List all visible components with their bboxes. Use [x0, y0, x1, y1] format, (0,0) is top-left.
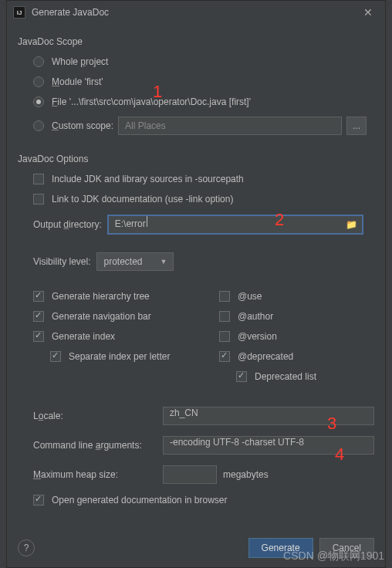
checkbox-label: Open generated documentation in browser	[52, 495, 227, 505]
link-jdk-checkbox[interactable]: Link to JDK documentation (use -link opt…	[33, 194, 374, 205]
checkbox-label: Deprecated list	[255, 371, 316, 382]
checkbox-label: Link to JDK documentation (use -link opt…	[52, 194, 233, 205]
scope-module[interactable]: Module 'first'	[33, 76, 374, 87]
help-icon[interactable]: ?	[18, 539, 35, 556]
checkbox-icon	[236, 371, 247, 382]
checkbox-label: @author	[238, 311, 273, 322]
scope-label: JavaDoc Scope	[18, 36, 374, 47]
visibility-row: Visibility level: protected ▼	[33, 252, 374, 271]
generate-javadoc-dialog: IJ Generate JavaDoc ✕ JavaDoc Scope Whol…	[6, 0, 386, 568]
cmd-args-input[interactable]: -encoding UTF-8 -charset UTF-8	[163, 436, 374, 455]
checkbox-label: @version	[238, 331, 277, 342]
dialog-title: Generate JavaDoc	[32, 7, 357, 18]
checkbox-icon	[33, 291, 44, 302]
version-checkbox[interactable]: @version	[219, 331, 374, 342]
checkbox-icon	[50, 351, 61, 362]
generate-button[interactable]: Generate	[248, 538, 313, 558]
visibility-value: protected	[103, 256, 142, 267]
scope-radio-group: Whole project Module 'first' File '...\f…	[33, 56, 374, 135]
radio-label: Module 'first'	[52, 76, 103, 87]
checkbox-col-left: Generate hierarchy tree Generate navigat…	[33, 282, 188, 391]
deprecated-checkbox[interactable]: @deprecated	[219, 351, 374, 362]
close-icon[interactable]: ✕	[357, 3, 379, 22]
checkbox-icon	[33, 194, 44, 205]
checkbox-label: Generate hierarchy tree	[52, 291, 150, 302]
checkbox-icon	[33, 331, 44, 342]
heap-row: Maximum heap size: megabytes	[33, 465, 374, 484]
gen-hierarchy-checkbox[interactable]: Generate hierarchy tree	[33, 291, 188, 302]
cancel-button[interactable]: Cancel	[319, 538, 374, 558]
checkbox-label: Include JDK and library sources in -sour…	[52, 174, 244, 184]
checkbox-label: Generate navigation bar	[52, 311, 151, 322]
radio-icon	[33, 76, 44, 87]
radio-label: Whole project	[52, 56, 108, 67]
checkbox-icon	[219, 291, 230, 302]
output-dir-label: Output directory:	[33, 219, 102, 230]
checkbox-columns: Generate hierarchy tree Generate navigat…	[33, 282, 374, 391]
titlebar: IJ Generate JavaDoc ✕	[7, 1, 385, 24]
radio-icon	[33, 96, 44, 107]
heap-input[interactable]	[163, 465, 217, 484]
checkbox-label: Generate index	[52, 331, 115, 342]
button-bar: ? Generate Cancel	[18, 538, 374, 558]
locale-label: Locale:	[33, 411, 157, 421]
checkbox-icon	[219, 351, 230, 362]
cmd-args-row: Command line arguments: -encoding UTF-8 …	[33, 436, 374, 455]
author-checkbox[interactable]: @author	[219, 311, 374, 322]
locale-input[interactable]: zh_CN	[163, 407, 374, 425]
heap-label: Maximum heap size:	[33, 469, 157, 480]
app-icon: IJ	[13, 6, 25, 19]
checkbox-label: @use	[238, 291, 262, 302]
checkbox-label: @deprecated	[238, 351, 293, 362]
custom-scope-value: All Places	[125, 120, 166, 131]
radio-icon	[33, 120, 44, 131]
cmd-args-label: Command line arguments:	[33, 440, 157, 451]
heap-unit: megabytes	[223, 469, 269, 480]
use-checkbox[interactable]: @use	[219, 291, 374, 302]
options-group: Include JDK and library sources in -sour…	[33, 174, 374, 505]
sep-index-checkbox[interactable]: Separate index per letter	[50, 351, 188, 362]
scope-file[interactable]: File '...\first\src\com\java\operator\Do…	[33, 96, 374, 107]
checkbox-icon	[33, 495, 44, 505]
include-jdk-checkbox[interactable]: Include JDK and library sources in -sour…	[33, 174, 374, 184]
dialog-content: JavaDoc Scope Whole project Module 'firs…	[7, 24, 385, 522]
output-dir-input[interactable]: E:\error	[108, 215, 363, 234]
checkbox-label: Separate index per letter	[69, 351, 170, 362]
output-dir-row: Output directory: E:\error 📁	[33, 215, 374, 234]
checkbox-icon	[33, 174, 44, 184]
radio-icon	[33, 56, 44, 67]
locale-row: Locale: zh_CN	[33, 407, 374, 425]
gen-nav-checkbox[interactable]: Generate navigation bar	[33, 311, 188, 322]
gen-index-checkbox[interactable]: Generate index	[33, 331, 188, 342]
radio-label: File '...\first\src\com\java\operator\Do…	[52, 96, 251, 107]
scope-whole-project[interactable]: Whole project	[33, 56, 374, 67]
visibility-select[interactable]: protected ▼	[96, 252, 174, 271]
scope-custom[interactable]: Custom scope: All Places ...	[33, 117, 374, 135]
checkbox-icon	[33, 311, 44, 322]
chevron-down-icon: ▼	[161, 258, 167, 265]
browse-scope-button[interactable]: ...	[346, 117, 367, 135]
deprecated-list-checkbox[interactable]: Deprecated list	[236, 371, 374, 382]
visibility-label: Visibility level:	[33, 256, 90, 267]
checkbox-icon	[219, 311, 230, 322]
radio-label: Custom scope:	[52, 120, 113, 131]
open-browser-checkbox[interactable]: Open generated documentation in browser	[33, 495, 374, 505]
custom-scope-select[interactable]: All Places	[118, 117, 342, 135]
checkbox-icon	[219, 331, 230, 342]
checkbox-col-right: @use @author @version @deprecated	[219, 282, 374, 391]
options-label: JavaDoc Options	[18, 154, 374, 164]
